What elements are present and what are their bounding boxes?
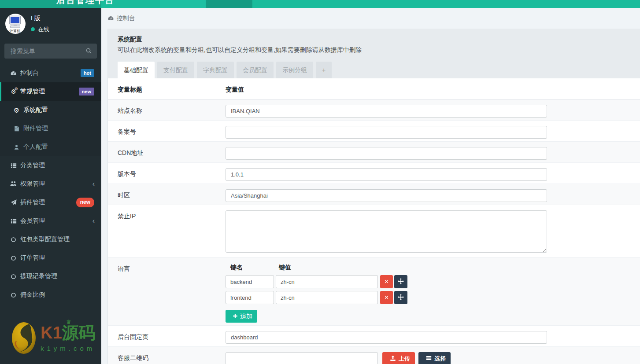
user-panel: 计算机 L版 在线 [0, 8, 101, 39]
form-row-4: 时区 [108, 184, 640, 205]
sidebar-item-label: 个人配置 [23, 143, 48, 151]
sidebar-item-label: 常规管理 [20, 88, 45, 96]
upload-button[interactable]: 上传 [382, 352, 415, 364]
field-input-0[interactable] [226, 105, 547, 118]
plus-icon [233, 313, 238, 320]
sidebar-item-7[interactable]: 插件管理new [0, 193, 101, 212]
sidebar-item-label: 会员管理 [20, 217, 45, 225]
form-row-2: CDN地址 [108, 142, 640, 163]
append-button[interactable]: 追加 [226, 310, 257, 323]
delete-row-button[interactable] [380, 291, 393, 304]
arrows-move-icon [398, 278, 404, 286]
sidebar-item-11[interactable]: 提现记录管理 [0, 267, 101, 286]
add-tab-button[interactable]: + [316, 62, 332, 78]
app-logo-text: 后台管理平台 [56, 0, 115, 6]
topbar: 后台管理平台 [0, 0, 640, 8]
sidebar: 计算机 L版 在线 控制台hot⚙⚙常规管理new⚙系统配置附件管理个人配置分类… [0, 8, 101, 364]
menu-badge: new [79, 88, 94, 96]
chevron-left-icon: ‹ [92, 217, 95, 224]
table-header: 变量标题 变量值 [108, 78, 640, 99]
users-icon [10, 181, 17, 187]
circle-icon [10, 274, 17, 279]
drag-row-button[interactable] [394, 275, 407, 288]
config-panel: 系统配置 可以在此增改系统的变量和分组,也可以自定义分组和变量,如果需要删除请从… [107, 29, 640, 364]
sidebar-item-label: 权限管理 [20, 180, 45, 188]
upload-path-input[interactable] [226, 352, 378, 364]
breadcrumb[interactable]: 控制台 [101, 8, 640, 29]
form-rows: 站点名称备案号CDN地址版本号时区禁止IP语言键名键值追加后台固定页客服二维码上… [108, 99, 640, 364]
field-input-1[interactable] [226, 126, 547, 139]
circle-icon [10, 237, 17, 243]
chevron-left-icon: ‹ [92, 180, 95, 188]
sidebar-item-9[interactable]: 红包类型配置管理 [0, 230, 101, 249]
sidebar-item-6[interactable]: 权限管理‹ [0, 175, 101, 193]
button-label: 追加 [240, 313, 252, 320]
sidebar-item-1[interactable]: ⚙⚙常规管理new [0, 82, 101, 101]
field-value-cell: 键名键值追加 [226, 263, 640, 323]
list-icon [10, 162, 17, 169]
choose-button[interactable]: 选择 [418, 352, 451, 364]
field-input-2[interactable] [226, 147, 547, 160]
online-dot-icon [31, 27, 35, 31]
sidebar-item-2[interactable]: ⚙系统配置 [0, 101, 101, 119]
form-row-7: 后台固定页 [108, 326, 640, 347]
sidebar-item-4[interactable]: 个人配置 [0, 138, 101, 156]
kv-key-input[interactable] [226, 275, 274, 288]
sidebar-item-label: 订单管理 [20, 254, 45, 262]
app-logo[interactable]: 后台管理平台 [0, 0, 101, 8]
tab-0[interactable]: 基础配置 [118, 62, 155, 78]
field-label: 备案号 [108, 126, 226, 139]
bars-icon [426, 355, 432, 362]
avatar[interactable]: 计算机 [5, 14, 26, 34]
sidebar-item-label: 提现记录管理 [20, 272, 57, 280]
form-row-1: 备案号 [108, 121, 640, 142]
sidebar-item-label: 佣金比例 [20, 291, 45, 299]
kv-value-input[interactable] [276, 275, 378, 288]
field-input-7[interactable] [226, 331, 547, 344]
paper-plane-icon [10, 199, 17, 206]
tab-3[interactable]: 会员配置 [237, 62, 274, 78]
field-input-3[interactable] [226, 168, 547, 181]
times-icon [384, 294, 389, 301]
field-value-cell [226, 105, 640, 118]
list-icon [10, 218, 17, 224]
gears-icon: ⚙⚙ [10, 88, 17, 95]
arrows-move-icon [398, 294, 404, 301]
sidebar-item-0[interactable]: 控制台hot [0, 64, 101, 82]
watermark: ♛ K1源码 k1ym.com [11, 321, 96, 355]
config-tabs: 基础配置支付配置字典配置会员配置示例分组+ [118, 62, 630, 78]
file-image-icon [13, 125, 20, 132]
user-status: 在线 [31, 26, 49, 33]
tab-1[interactable]: 支付配置 [157, 62, 194, 78]
panel-body: 变量标题 变量值 站点名称备案号CDN地址版本号时区禁止IP语言键名键值追加后台… [108, 78, 640, 364]
tab-4[interactable]: 示例分组 [276, 62, 313, 78]
field-input-4[interactable] [226, 189, 547, 202]
search-icon[interactable] [85, 48, 92, 56]
button-label: 选择 [434, 355, 446, 363]
field-label: CDN地址 [108, 147, 226, 160]
field-textarea[interactable] [226, 210, 547, 253]
field-label: 后台固定页 [108, 331, 226, 344]
circle-icon [10, 292, 17, 298]
tab-2[interactable]: 字典配置 [197, 62, 234, 78]
sidebar-item-label: 附件管理 [23, 125, 48, 132]
sidebar-menu: 控制台hot⚙⚙常规管理new⚙系统配置附件管理个人配置分类管理权限管理‹插件管… [0, 64, 101, 304]
drag-row-button[interactable] [394, 291, 407, 304]
sidebar-item-5[interactable]: 分类管理 [0, 156, 101, 175]
sidebar-item-12[interactable]: 佣金比例 [0, 286, 101, 304]
column-header-title: 变量标题 [108, 86, 226, 94]
sidebar-item-3[interactable]: 附件管理 [0, 119, 101, 138]
watermark-egg-logo [11, 321, 37, 355]
sidebar-item-10[interactable]: 订单管理 [0, 249, 101, 267]
topbar-tab-active[interactable] [206, 0, 252, 8]
dashboard-icon [10, 70, 17, 77]
kv-key-input[interactable] [226, 291, 274, 304]
search-input[interactable] [4, 44, 97, 59]
sidebar-item-8[interactable]: 会员管理‹ [0, 212, 101, 230]
topbar-tab[interactable] [160, 0, 206, 8]
user-name: L版 [31, 15, 49, 22]
field-label: 版本号 [108, 168, 226, 181]
sidebar-item-label: 系统配置 [23, 106, 48, 114]
delete-row-button[interactable] [380, 275, 393, 288]
kv-value-input[interactable] [276, 291, 378, 304]
